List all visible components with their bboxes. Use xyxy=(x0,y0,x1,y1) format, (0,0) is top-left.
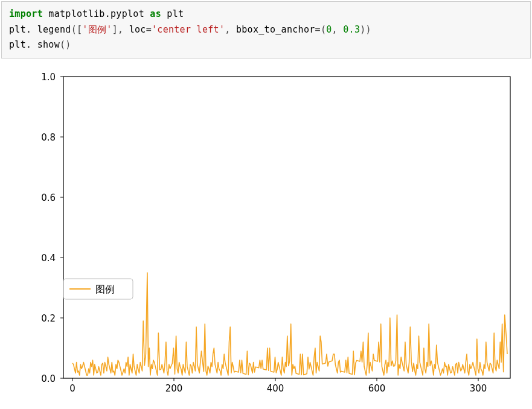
arg-legend-label: '图例' xyxy=(82,24,112,35)
svg-text:300: 300 xyxy=(470,383,487,394)
svg-text:0: 0 xyxy=(69,383,75,394)
module-name: matplotlib.pyplot xyxy=(48,8,144,19)
svg-text:200: 200 xyxy=(165,383,183,394)
arg-bbox-1: 0.3 xyxy=(343,24,360,35)
arg-bbox-0: 0 xyxy=(326,24,332,35)
code-cell: import matplotlib.pyplot as plt plt. leg… xyxy=(1,1,531,59)
ytick-5: 1.0 xyxy=(41,72,63,83)
ytick-2: 0.4 xyxy=(41,253,63,264)
arg-loc-val: 'center left' xyxy=(152,24,225,35)
legend-label: 图例 xyxy=(95,284,115,295)
svg-text:0.8: 0.8 xyxy=(41,132,56,143)
svg-text:600: 600 xyxy=(368,383,386,394)
ytick-0: 0.0 xyxy=(41,373,63,384)
arg-loc-key: loc xyxy=(129,24,146,35)
ytick-3: 0.6 xyxy=(41,192,63,203)
svg-text:0.2: 0.2 xyxy=(41,313,56,324)
y-axis: 0.0 0.2 0.4 0.6 0.8 1.0 xyxy=(41,72,63,384)
svg-text:400: 400 xyxy=(267,383,284,394)
alias-name: plt xyxy=(167,8,184,19)
chart-svg: 0.0 0.2 0.4 0.6 0.8 1.0 0 200 400 600 30… xyxy=(12,71,519,408)
xtick-1: 200 xyxy=(165,378,183,394)
plot-area xyxy=(63,77,510,378)
kw-as: as xyxy=(150,8,161,19)
fn-show: show xyxy=(37,39,60,50)
obj-plt: plt xyxy=(9,24,26,35)
kw-import: import xyxy=(9,8,43,19)
svg-text:0.6: 0.6 xyxy=(41,192,56,203)
xtick-4: 300 xyxy=(470,378,487,394)
svg-text:0.4: 0.4 xyxy=(41,253,56,264)
series-line xyxy=(72,273,507,375)
svg-text:1.0: 1.0 xyxy=(41,72,56,83)
obj-plt-2: plt xyxy=(9,39,26,50)
xtick-3: 600 xyxy=(368,378,386,394)
svg-rect-0 xyxy=(63,77,510,378)
x-axis: 0 200 400 600 300 xyxy=(69,378,487,394)
fn-legend: legend xyxy=(37,24,71,35)
chart-output: 0.0 0.2 0.4 0.6 0.8 1.0 0 200 400 600 30… xyxy=(0,60,532,410)
svg-text:0.0: 0.0 xyxy=(41,373,56,384)
legend: 图例 xyxy=(63,279,133,299)
xtick-0: 0 xyxy=(69,378,75,394)
ytick-1: 0.2 xyxy=(41,313,63,324)
arg-bbox-key: bbox_to_anchor xyxy=(236,24,315,35)
ytick-4: 0.8 xyxy=(41,132,63,143)
xtick-2: 400 xyxy=(267,378,284,394)
